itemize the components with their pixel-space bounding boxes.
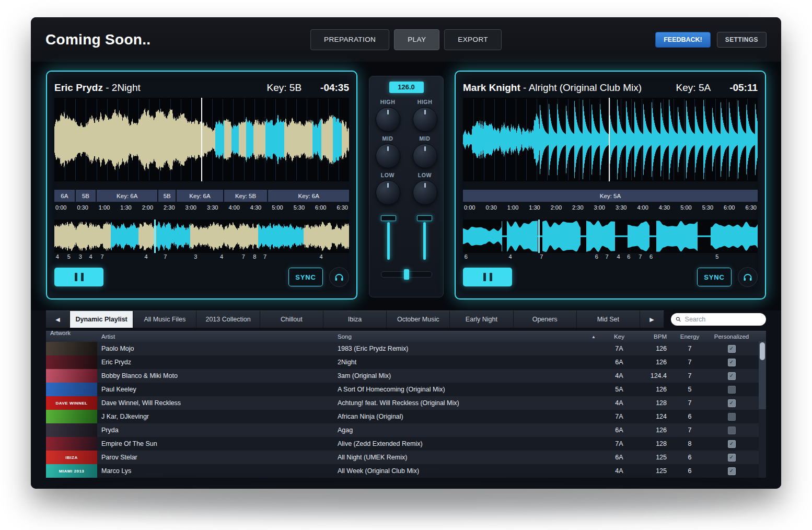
timeline-label: 1:00: [507, 204, 518, 211]
mode-preparation-button[interactable]: PREPARATION: [310, 29, 389, 50]
deck-right: Mark Knight - Alright (Original Club Mix…: [455, 71, 766, 299]
fader-right[interactable]: [417, 215, 432, 260]
personalized-checkbox[interactable]: ✓: [728, 454, 736, 462]
eq-knob-mid-b[interactable]: [413, 144, 437, 168]
pause-button[interactable]: [54, 268, 103, 286]
eq-knob-high-a[interactable]: [376, 107, 400, 132]
table-row[interactable]: Paul KeeleyA Sort Of Homecoming (Origina…: [46, 383, 766, 396]
personalized-cell: ✓: [705, 359, 758, 366]
main-waveform[interactable]: [463, 98, 758, 181]
mode-play-button[interactable]: PLAY: [394, 29, 439, 50]
column-header-key[interactable]: Key: [601, 333, 637, 340]
column-header-bpm[interactable]: BPM: [637, 333, 674, 340]
table-scrollbar[interactable]: [759, 341, 766, 478]
deck-meta: Key: 5A -05:11: [676, 82, 758, 94]
eq-knob-high-b[interactable]: [413, 107, 437, 132]
deck-area: Eric Prydz - 2Night Key: 5B -04:35 6A5BK…: [31, 62, 781, 310]
personalized-checkbox[interactable]: ✓: [728, 359, 736, 366]
energy-mark: 7: [242, 254, 245, 260]
overview-waveform[interactable]: [463, 220, 758, 253]
tab-2013-collection[interactable]: 2013 Collection: [196, 310, 260, 328]
personalized-checkbox[interactable]: ✓: [728, 372, 736, 380]
table-row[interactable]: DAVE WINNELDave Winnel, Will RecklessAch…: [46, 396, 766, 410]
deck-title: Eric Prydz - 2Night: [54, 82, 141, 94]
sync-button[interactable]: SYNC: [697, 268, 732, 286]
column-header-artist[interactable]: Artist: [97, 333, 331, 340]
column-header-song[interactable]: Song▲: [331, 333, 601, 340]
search-icon: [676, 316, 681, 322]
eq-knob-mid-a[interactable]: [376, 144, 400, 168]
crossfader-handle[interactable]: [404, 269, 409, 280]
tab-october-music[interactable]: October Music: [387, 310, 450, 328]
timeline-label: 4:30: [250, 204, 261, 211]
fader-left[interactable]: [381, 215, 396, 260]
column-header-personalized[interactable]: Personalized: [705, 333, 758, 340]
table-row[interactable]: PrydaAgag6A1267: [46, 423, 766, 437]
energy-mark: 7: [101, 254, 104, 260]
tab-dynamic-playlist[interactable]: Dynamic Playlist: [70, 310, 133, 328]
mode-export-button[interactable]: EXPORT: [444, 29, 502, 50]
artwork-thumbnail: [46, 437, 97, 451]
tab-early-night[interactable]: Early Night: [450, 310, 513, 328]
personalized-checkbox[interactable]: ✓: [728, 345, 736, 353]
main-waveform[interactable]: [54, 98, 349, 181]
playlist-tabs: ◀ Dynamic PlaylistAll Music Files2013 Co…: [46, 310, 766, 328]
tab-openers[interactable]: Openers: [514, 310, 577, 328]
table-row[interactable]: Empire Of The SunAlive (Zedd Extended Re…: [46, 437, 766, 451]
table-row[interactable]: MIAMI 2013Marco LysAll Week (Original Cl…: [46, 464, 766, 478]
fader-handle[interactable]: [417, 215, 432, 221]
table-body: Paolo Mojo1983 (Eric Prydz Remix)7A1267✓…: [46, 342, 766, 478]
channel-faders: [381, 215, 432, 260]
personalized-checkbox[interactable]: ✓: [728, 440, 736, 448]
tabs-scroll-right-button[interactable]: ▶: [640, 310, 664, 328]
deck-time-remaining: -05:11: [729, 82, 758, 94]
overview-waveform[interactable]: [54, 220, 349, 253]
eq-knob-low-a[interactable]: [376, 180, 400, 205]
pause-button[interactable]: [463, 268, 512, 286]
personalized-checkbox[interactable]: [728, 386, 736, 394]
energy-marks: 4534747347874: [54, 253, 349, 261]
sync-button[interactable]: SYNC: [288, 268, 323, 286]
window-shadow: [63, 491, 752, 515]
personalized-checkbox[interactable]: ✓: [728, 399, 736, 407]
scrollbar-thumb[interactable]: [760, 342, 765, 360]
key-cell: 6A: [601, 427, 637, 434]
personalized-cell: [705, 386, 758, 394]
timeline-label: 4:00: [637, 204, 648, 211]
personalized-cell: ✓: [705, 345, 758, 353]
tab-ibiza[interactable]: Ibiza: [323, 310, 387, 328]
deck-title-separator: -: [520, 82, 529, 93]
energy-marks: 6476746765: [463, 253, 758, 261]
tab-all-music-files[interactable]: All Music Files: [133, 310, 196, 328]
table-row[interactable]: Eric Prydz2Night6A1267✓: [46, 355, 766, 369]
tabs-scroll-left-button[interactable]: ◀: [46, 310, 70, 328]
headphones-button[interactable]: [738, 267, 758, 287]
personalized-checkbox[interactable]: [728, 427, 736, 434]
tab-chillout[interactable]: Chillout: [260, 310, 323, 328]
feedback-button[interactable]: FEEDBACK!: [655, 32, 711, 48]
personalized-checkbox[interactable]: [728, 413, 736, 421]
key-cell: 4A: [601, 467, 637, 475]
column-header-energy[interactable]: Energy: [674, 333, 705, 340]
artist-cell: Paolo Mojo: [97, 345, 331, 352]
headphones-button[interactable]: [329, 267, 349, 287]
energy-mark: 5: [67, 254, 71, 260]
table-row[interactable]: Bobby Blanco & Miki Moto3am (Original Mi…: [46, 369, 766, 383]
tab-mid-set[interactable]: Mid Set: [577, 310, 640, 328]
search-input[interactable]: [684, 315, 761, 324]
eq-label: MID: [382, 135, 393, 142]
table-row[interactable]: IBIZAParov StelarAll Night (UMEK Remix)6…: [46, 451, 766, 464]
key-cell: 6A: [601, 359, 637, 366]
table-row[interactable]: Paolo Mojo1983 (Eric Prydz Remix)7A1267✓: [46, 342, 766, 355]
eq-knob-low-b[interactable]: [413, 180, 437, 205]
key-cell: 4A: [601, 372, 637, 379]
key-segment: Key: 5A: [463, 190, 758, 202]
crossfader[interactable]: [381, 271, 432, 278]
table-row[interactable]: J Kar, DJkevingrAfrican Ninja (Original)…: [46, 410, 766, 423]
song-cell: All Week (Original Club Mix): [331, 467, 601, 475]
personalized-checkbox[interactable]: ✓: [728, 467, 736, 475]
settings-button[interactable]: SETTINGS: [717, 32, 767, 48]
fader-handle[interactable]: [381, 215, 396, 221]
song-cell: 3am (Original Mix): [331, 372, 601, 379]
key-segments: Key: 5A: [463, 190, 758, 202]
